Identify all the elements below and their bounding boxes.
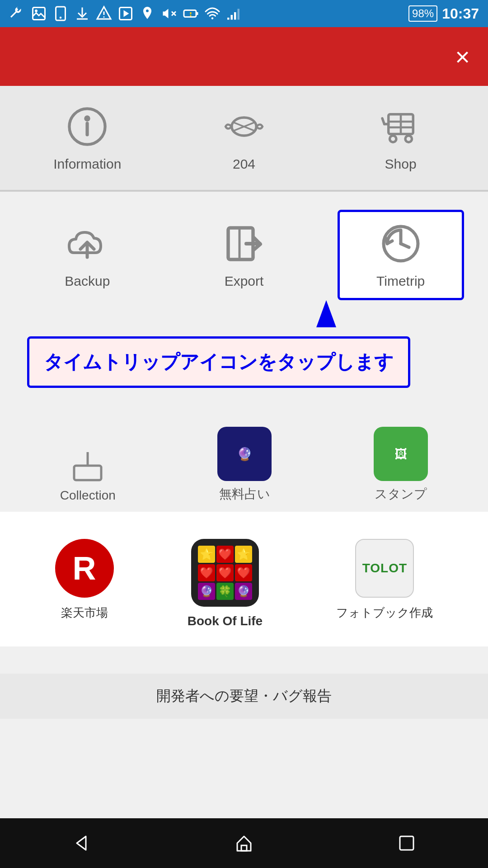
bol-grid: ⭐ ❤️ ⭐ ❤️ ❤️ ❤️ 🔮 🍀 🔮 [196,543,254,602]
action-section: Backup Export [0,192,488,418]
shop-icon-wrapper [378,104,423,149]
backup-label: Backup [65,274,110,289]
menu-item-export[interactable]: Export [181,221,307,289]
status-icons-right: 98% 10:37 [408,5,479,22]
download-icon [74,5,90,22]
information-icon-wrapper [65,104,110,149]
menu-item-information[interactable]: Information [24,104,150,172]
menu-item-timetrip[interactable]: Timetrip [338,210,464,300]
backup-icon [65,221,110,266]
signal-icon [226,5,242,22]
menu-section-1: Information 204 [0,86,488,190]
app-row: R 楽天市場 ⭐ ❤️ ⭐ ❤️ ❤️ ❤️ 🔮 🍀 🔮 Book Of Lif… [0,512,488,646]
svg-rect-16 [227,18,230,20]
tolot-icon: TOLOT [355,539,414,598]
bottom-nav [0,818,488,868]
svg-rect-12 [196,12,198,15]
arrow-container [9,300,479,336]
app-item-bookoflife[interactable]: ⭐ ❤️ ⭐ ❤️ ❤️ ❤️ 🔮 🍀 🔮 Book Of Life [188,539,263,628]
collection-label: Collection [60,488,116,503]
svg-point-30 [389,136,396,142]
menu-row-2: Backup Export [9,210,479,300]
svg-line-39 [401,244,409,247]
svg-point-14 [190,15,192,16]
bol-cell-2: ❤️ [216,546,234,563]
tooltip-text: タイムトリップアイコンをタップします [44,351,394,373]
uranai-icon: 🔮 [217,427,272,481]
bol-cell-7: 🔮 [198,583,215,600]
wrench-icon [9,5,25,22]
rakuten-label: 楽天市場 [61,605,108,621]
svg-rect-44 [400,836,413,850]
collection-item[interactable]: Collection [60,448,116,503]
bol-cell-8: 🍀 [216,583,234,600]
collection-section: Collection 🔮 無料占い 🖼 スタンプ [0,418,488,512]
shop-icon [378,104,423,149]
menu-item-candy[interactable]: 204 [181,104,307,172]
uranai-item[interactable]: 🔮 無料占い [217,427,272,503]
bol-cell-4: ❤️ [198,564,215,581]
rakuten-letter: R [73,550,96,587]
export-label: Export [225,274,264,289]
svg-point-1 [35,9,38,12]
svg-point-8 [146,9,149,12]
candy-count-label: 204 [233,156,255,172]
report-text: 開発者への要望・バグ報告 [156,686,332,706]
app-item-tolot[interactable]: TOLOT フォトブック作成 [336,539,433,621]
tooltip-area: タイムトリップアイコンをタップします [27,336,461,388]
battery-warning-icon [183,5,199,22]
svg-rect-43 [241,845,247,851]
battery-level: 98% [408,5,437,22]
information-icon [67,106,108,147]
svg-rect-40 [74,466,101,480]
uranai-label: 無料占い [219,486,270,503]
svg-point-31 [405,136,412,142]
mute-icon [161,5,177,22]
recent-button[interactable] [393,830,420,857]
timetrip-icon [378,221,423,266]
tolot-brand: TOLOT [362,561,407,576]
phone-icon [52,5,69,22]
status-time: 10:37 [442,5,479,22]
svg-rect-17 [231,15,233,20]
svg-point-3 [60,17,62,19]
timetrip-label: Timetrip [376,274,425,289]
menu-item-backup[interactable]: Backup [24,221,150,289]
image-icon [31,5,47,22]
close-button[interactable]: × [455,42,470,71]
recent-icon [395,832,418,854]
app-item-rakuten[interactable]: R 楽天市場 [55,539,114,621]
timetrip-icon-wrapper [378,221,423,266]
candy-icon [221,106,267,147]
svg-marker-7 [124,10,129,17]
bookoflife-label: Book Of Life [188,614,263,628]
svg-marker-42 [77,836,86,850]
bol-cell-6: ❤️ [235,564,252,581]
location-icon [139,5,155,22]
menu-row-1: Information 204 [9,104,479,172]
svg-point-5 [103,16,105,18]
stamp-label: スタンプ [375,486,427,503]
bol-cell-5: ❤️ [216,564,234,581]
play-icon [117,5,134,22]
warning-icon [96,5,112,22]
arrow-up-icon [316,300,336,327]
rakuten-icon: R [55,539,114,598]
candy-icon-wrapper [221,104,267,149]
stamp-item[interactable]: 🖼 スタンプ [374,427,428,503]
home-button[interactable] [230,830,258,857]
report-section[interactable]: 開発者への要望・バグ報告 [0,674,488,719]
svg-rect-19 [238,9,240,20]
svg-point-15 [211,17,214,19]
bol-cell-9: 🔮 [235,583,252,600]
svg-point-22 [85,117,89,121]
menu-item-shop[interactable]: Shop [338,104,464,172]
tooltip-box: タイムトリップアイコンをタップします [27,336,410,388]
information-label: Information [53,156,121,172]
bol-cell-1: ⭐ [198,546,215,563]
export-icon [221,221,267,266]
tolot-label: フォトブック作成 [336,605,433,621]
bol-cell-3: ⭐ [235,546,252,563]
back-button[interactable] [68,830,95,857]
export-icon-wrapper [221,221,267,266]
